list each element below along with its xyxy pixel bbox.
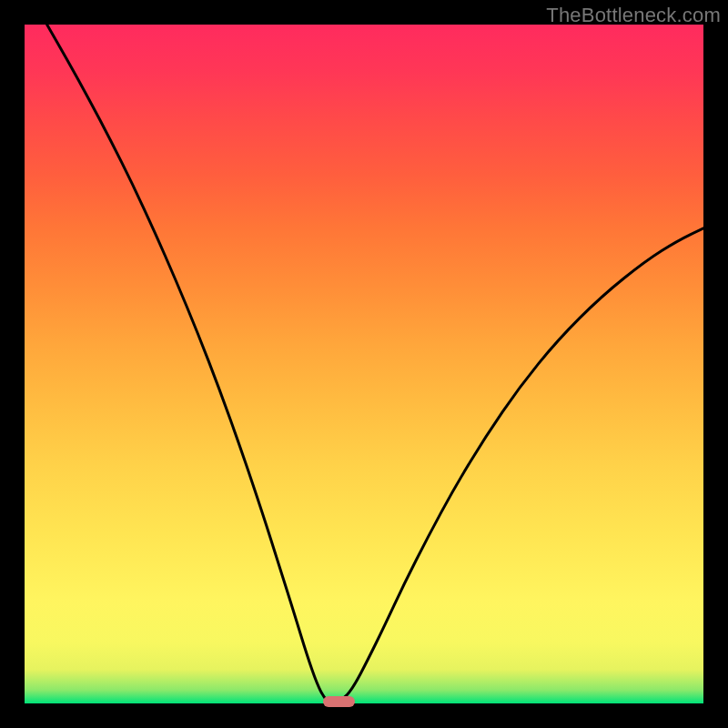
bottleneck-curve [25, 25, 703, 703]
plot-area [25, 25, 703, 703]
chart-frame: TheBottleneck.com [0, 0, 728, 728]
minimum-marker [323, 696, 355, 707]
watermark-text: TheBottleneck.com [546, 4, 721, 27]
curve-path [47, 25, 703, 703]
